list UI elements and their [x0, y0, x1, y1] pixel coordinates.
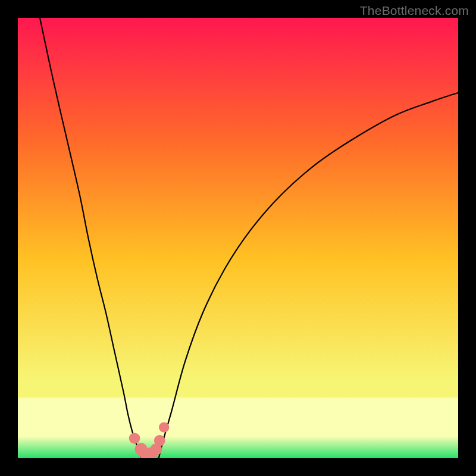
trough-marker: [159, 422, 169, 433]
plot-background: [18, 18, 458, 458]
outer-frame: TheBottleneck.com: [0, 0, 476, 476]
plot-svg: [18, 18, 458, 458]
plot-area: [18, 18, 458, 458]
trough-marker: [129, 433, 140, 444]
watermark-label: TheBottleneck.com: [360, 4, 469, 18]
trough-marker: [154, 435, 165, 446]
